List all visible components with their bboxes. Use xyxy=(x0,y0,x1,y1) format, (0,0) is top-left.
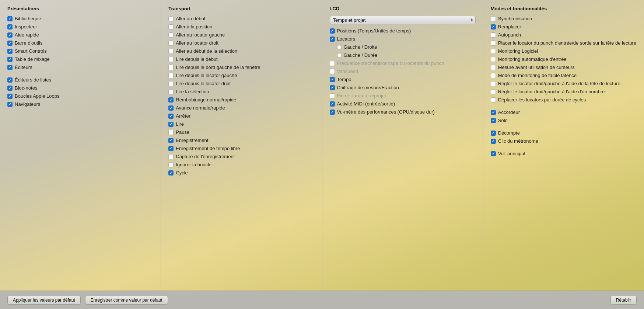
checkbox xyxy=(7,86,13,91)
transport-items: Aller au débutAller à la positionAller a… xyxy=(168,16,314,176)
check-item[interactable]: Inspecteur xyxy=(7,24,153,29)
check-item[interactable]: Lire depuis le locator droit xyxy=(168,81,314,86)
check-label: Aller au locator droit xyxy=(176,40,218,46)
check-item[interactable]: Enregistrement de tempo libre xyxy=(168,146,314,151)
check-item[interactable]: Ignorer la boucle xyxy=(168,162,314,167)
check-item: Varispeed xyxy=(330,69,476,74)
checkbox xyxy=(330,28,335,34)
check-label: Lire xyxy=(176,121,184,127)
check-label: Lire depuis le locator droit xyxy=(176,81,231,86)
check-item[interactable]: Arrêter xyxy=(168,113,314,119)
check-item[interactable]: Mode de monitoring de faible latence xyxy=(491,73,637,78)
checkbox xyxy=(168,130,174,135)
check-label: Aller au début de la sélection xyxy=(176,48,237,54)
check-item[interactable]: Tempo xyxy=(330,77,476,82)
apply-defaults-button[interactable]: Appliquer les valeurs par défaut xyxy=(7,296,81,305)
check-label: Régler le locator droit/gauche à l'aide … xyxy=(498,89,605,94)
check-item[interactable]: Monitoring automatique d'entrée xyxy=(491,56,637,62)
check-item[interactable]: Lire la sélection xyxy=(168,89,314,94)
check-label: Inspecteur xyxy=(15,24,37,29)
check-item[interactable]: Cycle xyxy=(168,170,314,176)
checkbox xyxy=(168,65,174,70)
check-item[interactable]: Aller au début de la sélection xyxy=(168,48,314,54)
check-item[interactable]: Solo xyxy=(491,118,637,123)
check-item[interactable]: Lire depuis le début xyxy=(168,56,314,62)
check-item[interactable]: Aller au début xyxy=(168,16,314,21)
check-item[interactable]: Décompte xyxy=(491,130,637,136)
check-item[interactable]: Positions (Temps/Unités de temps) xyxy=(330,28,476,34)
check-item[interactable]: Boucles Apple Loops xyxy=(7,93,153,99)
check-item[interactable]: Aller au locator gauche xyxy=(168,32,314,38)
restore-button[interactable]: Rétablir xyxy=(610,296,637,305)
check-item[interactable]: Régler le locator droit/gauche à l'aide … xyxy=(491,89,637,94)
checkbox xyxy=(168,57,174,62)
check-item[interactable]: Avance normale/rapide xyxy=(168,105,314,111)
check-label: Vu-mètre des performances (GPU/disque du… xyxy=(337,109,435,115)
check-item[interactable]: Lire depuis le bord gauche de la fenêtre xyxy=(168,65,314,70)
check-item[interactable]: Éditeurs de listes xyxy=(7,77,153,83)
check-item[interactable]: Barre d'outils xyxy=(7,40,153,46)
check-item[interactable]: Synchronisation xyxy=(491,16,637,21)
check-label: Gauche / Droite xyxy=(344,44,377,50)
check-item[interactable]: Pause xyxy=(168,129,314,135)
column-lcd: LCD Temps et projet Temps personnalisé P… xyxy=(322,0,483,291)
checkbox xyxy=(7,57,13,62)
check-label: Ignorer la boucle xyxy=(176,162,211,167)
check-item[interactable]: Éditeurs xyxy=(7,65,153,70)
check-item[interactable]: Rembobinage normal/rapide xyxy=(168,97,314,103)
checkbox xyxy=(491,118,496,123)
check-label: Éditeurs de listes xyxy=(15,77,51,83)
check-item[interactable]: Bibliothèque xyxy=(7,16,153,21)
checkbox xyxy=(491,110,496,115)
check-item[interactable]: Bloc-notes xyxy=(7,85,153,91)
check-item[interactable]: Autopunch xyxy=(491,32,637,38)
check-label: Synchronisation xyxy=(498,16,532,21)
check-item[interactable]: Aller au locator droit xyxy=(168,40,314,46)
check-item[interactable]: Aller à la position xyxy=(168,24,314,29)
check-item[interactable]: Capture de l'enregistrement xyxy=(168,154,314,159)
check-item[interactable]: Placer le locator du punch d'entrée/de s… xyxy=(491,40,637,46)
check-item[interactable]: Régler le locator droit/gauche à l'aide … xyxy=(491,81,637,86)
check-item[interactable]: Smart Controls xyxy=(7,48,153,54)
check-label: Gauche / Durée xyxy=(344,52,378,58)
check-item[interactable]: Monitoring Logiciel xyxy=(491,48,637,54)
check-item[interactable]: Gauche / Droite xyxy=(337,44,476,50)
check-item[interactable]: Vu-mètre des performances (GPU/disque du… xyxy=(330,109,476,115)
spacer xyxy=(491,105,637,110)
spacer xyxy=(491,146,637,151)
check-label: Capture de l'enregistrement xyxy=(176,154,235,159)
check-item[interactable]: Chiffrage de mesure/Fraction xyxy=(330,85,476,90)
checkbox xyxy=(168,138,174,143)
check-item[interactable]: Activité MIDI (entrée/sortie) xyxy=(330,101,476,107)
check-item[interactable]: Lire xyxy=(168,121,314,127)
checkbox xyxy=(491,65,496,70)
check-item[interactable]: Locators xyxy=(330,36,476,42)
check-label: Fin de l'armature/projet xyxy=(337,93,386,98)
check-item[interactable]: Table de mixage xyxy=(7,56,153,62)
modes-title: Modes et fonctionnalités xyxy=(491,6,637,11)
check-item[interactable]: Gauche / Durée xyxy=(337,52,476,58)
checkbox xyxy=(491,24,496,29)
modes-items: SynchronisationRemplacerAutopunchPlacer … xyxy=(491,16,637,156)
check-item[interactable]: Clic du métronome xyxy=(491,138,637,144)
check-label: Bloc-notes xyxy=(15,85,37,91)
check-label: Barre d'outils xyxy=(15,40,42,46)
check-item[interactable]: Déplacer les locators par durée de cycle… xyxy=(491,97,637,103)
check-item[interactable]: Accordeur xyxy=(491,110,637,115)
lcd-dropdown[interactable]: Temps et projet Temps personnalisé Proje… xyxy=(330,16,476,24)
checkbox xyxy=(168,49,174,54)
save-defaults-button[interactable]: Enregistrer comme valeur par défaut xyxy=(85,296,168,305)
checkbox xyxy=(491,89,496,94)
check-label: Aide rapide xyxy=(15,32,39,38)
checkbox xyxy=(168,154,174,159)
check-item[interactable]: Lire depuis le locator gauche xyxy=(168,73,314,78)
check-item[interactable]: Navigateurs xyxy=(7,101,153,107)
check-item[interactable]: Enregistrement xyxy=(168,138,314,143)
check-item[interactable]: Vol. principal xyxy=(491,151,637,156)
checkbox xyxy=(330,110,335,115)
check-label: Éditeurs xyxy=(15,65,32,70)
check-item[interactable]: Aide rapide xyxy=(7,32,153,38)
check-item[interactable]: Mesure avant utilisation de curseurs xyxy=(491,65,637,70)
checkbox xyxy=(7,77,13,83)
check-item[interactable]: Remplacer xyxy=(491,24,637,29)
